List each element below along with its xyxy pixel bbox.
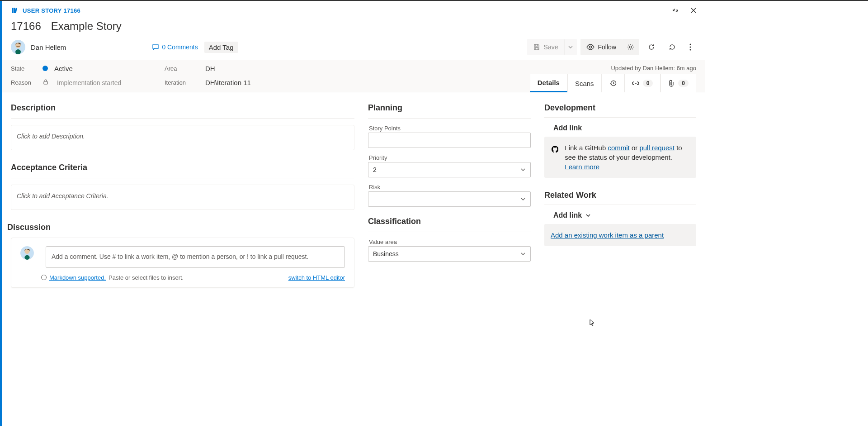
- tab-group: Details Scans 0 0: [530, 74, 696, 92]
- acceptance-input[interactable]: Click to add Acceptance Criteria.: [11, 185, 354, 210]
- history-icon: [609, 80, 617, 87]
- github-hint-card: Link a GitHub commit or pull request to …: [544, 137, 696, 178]
- risk-label: Risk: [369, 184, 531, 191]
- chevron-down-icon: [568, 45, 573, 49]
- avatar: [20, 246, 34, 260]
- development-add-link[interactable]: Add link: [553, 124, 696, 132]
- commit-link[interactable]: commit: [608, 144, 629, 152]
- description-heading: Description: [11, 103, 354, 113]
- chevron-down-icon: [520, 196, 526, 202]
- refresh-icon: [648, 43, 655, 51]
- chevron-down-icon: [520, 167, 526, 172]
- area-label: Area: [165, 65, 177, 72]
- switch-editor-link[interactable]: switch to HTML editor: [288, 274, 345, 281]
- comment-icon: [152, 43, 159, 51]
- classification-heading: Classification: [368, 217, 531, 226]
- undo-icon: [669, 43, 676, 51]
- story-points-input[interactable]: [368, 133, 531, 148]
- svg-rect-2: [15, 49, 21, 54]
- state-value[interactable]: Active: [42, 65, 165, 72]
- markdown-supported-link[interactable]: Markdown supported.: [41, 274, 106, 281]
- svg-point-5: [690, 44, 691, 45]
- save-dropdown: [564, 39, 577, 55]
- work-item-id: 17166: [11, 20, 41, 33]
- tab-attachments[interactable]: 0: [660, 74, 696, 92]
- follow-settings-button[interactable]: [622, 39, 639, 55]
- pull-request-link[interactable]: pull request: [639, 144, 675, 152]
- paste-hint: Paste or select files to insert.: [108, 274, 184, 281]
- svg-point-7: [690, 49, 691, 51]
- add-parent-card: Add an existing work item as a parent: [544, 224, 696, 246]
- work-item-type: USER STORY 17166: [23, 7, 80, 14]
- value-area-select[interactable]: Business: [368, 246, 531, 262]
- titlebar: USER STORY 17166: [2, 1, 705, 17]
- add-parent-link[interactable]: Add an existing work item as a parent: [551, 231, 664, 239]
- related-work-heading: Related Work: [544, 191, 696, 200]
- reason-value: Implementation started: [42, 79, 165, 86]
- link-icon: [632, 80, 639, 86]
- book-icon: [11, 7, 18, 14]
- avatar[interactable]: [11, 40, 25, 54]
- chevron-down-icon: [585, 213, 591, 218]
- iteration-value[interactable]: DH\Iteration 11: [205, 79, 341, 86]
- comments-link[interactable]: 0 Comments: [152, 43, 198, 51]
- priority-label: Priority: [369, 154, 531, 161]
- comment-input[interactable]: Add a comment. Use # to link a work item…: [46, 246, 345, 268]
- body: Description Click to add Description. Ac…: [2, 92, 705, 299]
- story-points-label: Story Points: [369, 125, 531, 132]
- reason-label: Reason: [11, 79, 42, 86]
- related-add-link-dropdown[interactable]: Add link: [553, 211, 696, 219]
- tab-links[interactable]: 0: [624, 74, 661, 92]
- tab-history[interactable]: [602, 74, 624, 92]
- updated-by: Updated by Dan Hellem: 6m ago: [611, 65, 696, 72]
- iteration-label: Iteration: [165, 79, 205, 86]
- work-item-header: 17166 Example Story: [2, 17, 705, 39]
- svg-point-3: [589, 46, 591, 48]
- svg-point-4: [630, 46, 632, 48]
- save-button: Save: [527, 39, 564, 55]
- development-heading: Development: [544, 103, 696, 113]
- learn-more-link[interactable]: Learn more: [565, 163, 599, 171]
- svg-rect-12: [24, 255, 29, 260]
- save-icon: [533, 43, 540, 51]
- planning-heading: Planning: [368, 103, 531, 113]
- priority-select[interactable]: 2: [368, 162, 531, 177]
- svg-rect-8: [44, 81, 47, 84]
- kebab-icon: [689, 43, 691, 51]
- area-value[interactable]: DH: [205, 65, 341, 72]
- work-item-subheader: Dan Hellem 0 Comments Add Tag Save Follo…: [2, 39, 705, 60]
- tab-details[interactable]: Details: [530, 74, 567, 92]
- gear-icon: [627, 43, 634, 51]
- restore-icon[interactable]: [671, 6, 680, 15]
- acceptance-heading: Acceptance Criteria: [11, 163, 354, 172]
- discussion-heading: Discussion: [7, 223, 354, 232]
- risk-select[interactable]: [368, 191, 531, 207]
- work-item-title[interactable]: Example Story: [51, 20, 122, 33]
- undo-button[interactable]: [664, 39, 681, 55]
- add-tag-button[interactable]: Add Tag: [204, 42, 238, 53]
- discussion-card: Add a comment. Use # to link a work item…: [11, 238, 354, 288]
- work-item-dialog: USER STORY 17166 17166 Example Story Dan…: [0, 1, 705, 426]
- lock-icon: [42, 79, 49, 85]
- meta-strip: Updated by Dan Hellem: 6m ago State Acti…: [2, 60, 705, 92]
- attachment-icon: [668, 80, 675, 87]
- follow-button[interactable]: Follow: [580, 39, 622, 55]
- more-actions-button[interactable]: [684, 39, 696, 55]
- tab-scans[interactable]: Scans: [567, 74, 602, 92]
- description-input[interactable]: Click to add Description.: [11, 125, 354, 150]
- state-label: State: [11, 65, 24, 72]
- svg-point-6: [690, 47, 691, 48]
- github-icon: [552, 143, 558, 156]
- close-icon[interactable]: [689, 6, 698, 15]
- refresh-button[interactable]: [643, 39, 660, 55]
- chevron-down-icon: [520, 251, 526, 257]
- assigned-to[interactable]: Dan Hellem: [31, 43, 66, 51]
- value-area-label: Value area: [369, 238, 531, 245]
- eye-icon: [586, 44, 594, 50]
